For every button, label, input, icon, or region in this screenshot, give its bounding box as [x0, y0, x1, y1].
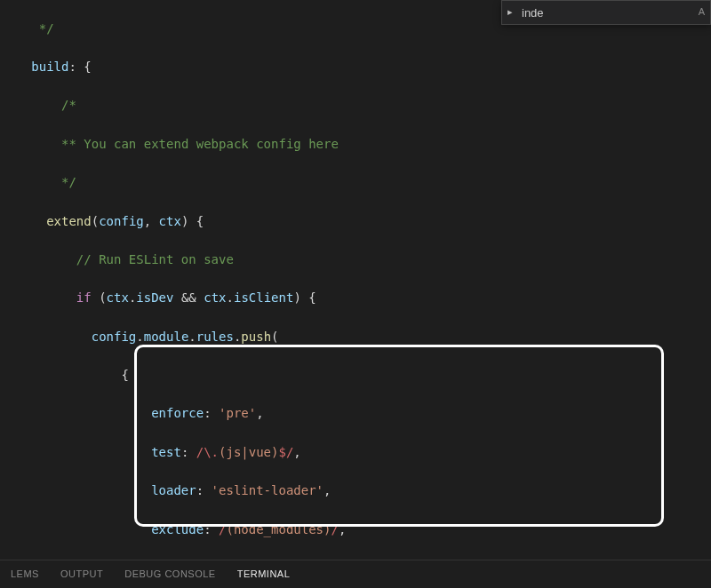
tab-terminal[interactable]: TERMINAL	[227, 567, 301, 582]
ident: ctx	[107, 290, 129, 305]
comment: /*	[61, 98, 76, 112]
regex: (js|vue)	[219, 445, 278, 459]
panel-tabs: LEMS OUTPUT DEBUG CONSOLE TERMINAL	[0, 560, 711, 588]
string: 'eslint-loader'	[212, 483, 324, 497]
string: 'pre'	[219, 406, 256, 420]
regex: (node_modules)	[226, 522, 331, 536]
find-input[interactable]	[518, 4, 693, 21]
regex: /	[331, 522, 338, 536]
prop: isDev	[136, 290, 173, 305]
prop-build: build	[31, 60, 68, 74]
prop: rules	[196, 330, 234, 344]
keyword-if: if	[76, 290, 92, 305]
regex: /\.	[196, 445, 219, 459]
ident: ctx	[204, 290, 226, 305]
prop: module	[144, 330, 189, 344]
param: ctx	[159, 214, 181, 228]
comment: */	[61, 175, 76, 189]
prop-exclude: exclude	[151, 522, 204, 536]
prop: isClient	[234, 290, 293, 305]
code-editor[interactable]: */ build: { /* ** You can extend webpack…	[0, 0, 711, 588]
chevron-right-icon[interactable]: ▸	[502, 4, 518, 20]
prop-enforce: enforce	[151, 406, 204, 420]
prop-test: test	[151, 445, 181, 459]
tab-output[interactable]: OUTPUT	[50, 567, 114, 582]
comment: // Run ESLint on save	[76, 252, 234, 266]
tab-debug-console[interactable]: DEBUG CONSOLE	[114, 567, 226, 582]
regex: $/	[278, 445, 293, 459]
comment: ** You can extend webpack config here	[61, 137, 339, 151]
param: config	[99, 214, 144, 228]
ident: config	[92, 330, 137, 344]
find-trail: A	[693, 4, 710, 20]
comment: */	[39, 21, 54, 36]
method-extend: extend	[46, 214, 92, 228]
tab-problems[interactable]: LEMS	[0, 567, 50, 582]
prop-loader: loader	[151, 483, 196, 497]
method-push: push	[241, 330, 271, 344]
op-and: &&	[181, 290, 196, 305]
find-widget[interactable]: ▸ A	[501, 0, 711, 25]
